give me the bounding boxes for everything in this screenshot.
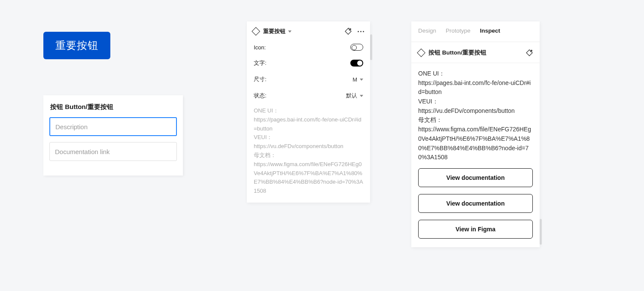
- inspect-panel: Design Prototype Inspect 按钮 Button/重要按钮 …: [411, 21, 540, 247]
- prop-text-label: 文字:: [254, 59, 267, 67]
- prop-text-row: 文字:: [247, 55, 370, 71]
- inspect-header: 按钮 Button/重要按钮: [411, 42, 540, 63]
- prop-size-label: 尺寸:: [254, 76, 267, 83]
- documentation-link-input[interactable]: [49, 142, 177, 161]
- description-input[interactable]: [49, 117, 177, 136]
- properties-title: 重要按钮: [263, 27, 286, 35]
- tab-inspect[interactable]: Inspect: [480, 27, 500, 34]
- state-value: 默认: [346, 92, 357, 100]
- prop-state-row: 状态: 默认: [247, 88, 370, 104]
- prop-size-row: 尺寸: M: [247, 71, 370, 88]
- view-documentation-button[interactable]: View documentation: [418, 168, 533, 187]
- component-icon: [252, 27, 260, 36]
- chevron-down-icon: [360, 79, 363, 81]
- primary-button[interactable]: 重要按钮: [43, 32, 110, 59]
- component-title: 按钮 Button/重要按钮: [49, 103, 177, 111]
- properties-header: 重要按钮: [247, 21, 370, 39]
- primary-button-preview: 重要按钮: [43, 32, 110, 59]
- scrollbar[interactable]: [370, 34, 372, 60]
- inspect-title: 按钮 Button/重要按钮: [428, 49, 486, 57]
- inspect-body: ONE UI： https://pages.bai-int.com/fc-fe/…: [411, 63, 540, 247]
- view-documentation-button[interactable]: View documentation: [418, 194, 533, 213]
- tab-design[interactable]: Design: [418, 27, 436, 34]
- link-out-icon[interactable]: [345, 28, 352, 35]
- component-icon: [417, 48, 425, 57]
- panel-tabs: Design Prototype Inspect: [411, 21, 540, 42]
- icon-toggle[interactable]: [350, 44, 363, 51]
- size-value: M: [352, 76, 357, 83]
- scrollbar[interactable]: [540, 219, 542, 245]
- inspect-description: ONE UI： https://pages.bai-int.com/fc-fe/…: [418, 69, 533, 162]
- link-out-icon[interactable]: [526, 49, 533, 56]
- prop-icon-row: Icon:: [247, 39, 370, 55]
- properties-panel: 重要按钮 Icon: 文字: 尺寸: M 状态: 默认 ONE UI： http…: [247, 21, 370, 203]
- prop-icon-label: Icon:: [254, 44, 266, 51]
- state-select[interactable]: 默认: [346, 92, 363, 100]
- component-edit-card: 按钮 Button/重要按钮: [43, 95, 183, 176]
- view-in-figma-button[interactable]: View in Figma: [418, 220, 533, 239]
- chevron-down-icon: [360, 95, 363, 97]
- tab-prototype[interactable]: Prototype: [446, 27, 471, 34]
- properties-description: ONE UI： https://pages.bai-int.com/fc-fe/…: [247, 104, 370, 198]
- more-options-icon[interactable]: [358, 31, 364, 32]
- size-select[interactable]: M: [352, 76, 363, 83]
- chevron-down-icon[interactable]: [288, 30, 292, 33]
- prop-state-label: 状态:: [254, 92, 267, 100]
- text-toggle[interactable]: [350, 60, 363, 67]
